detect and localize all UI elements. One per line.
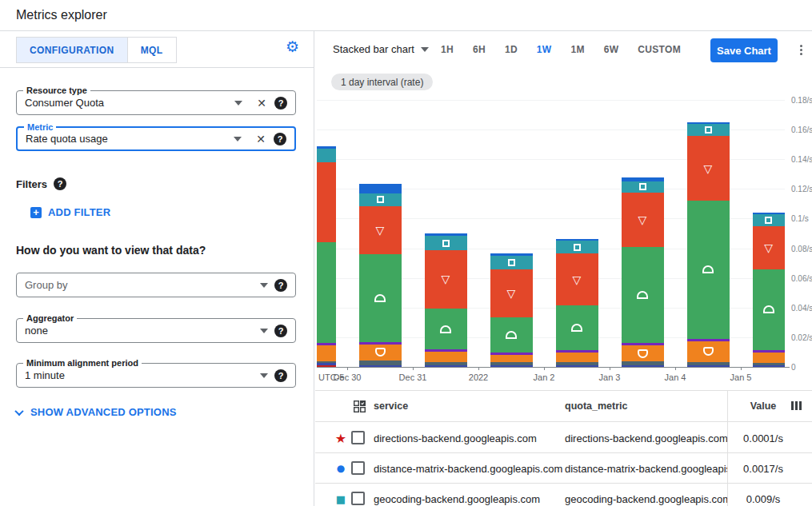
range-button-6h[interactable]: 6H bbox=[463, 39, 495, 60]
bar-segment-teal-square[interactable] bbox=[622, 181, 664, 193]
range-button-6w[interactable]: 6W bbox=[594, 39, 629, 60]
help-icon[interactable]: ? bbox=[274, 133, 286, 145]
gear-icon[interactable]: ⚙ bbox=[286, 39, 299, 54]
bar-segment-orange-shield[interactable] bbox=[425, 352, 467, 361]
overflow-menu-icon[interactable] bbox=[794, 42, 808, 57]
bar-segment-slate-gray[interactable] bbox=[753, 363, 786, 365]
bar-segment-orange-shield[interactable] bbox=[556, 353, 598, 362]
tab-configuration[interactable]: CONFIGURATION bbox=[16, 37, 128, 63]
chart-type-select[interactable]: Stacked bar chart bbox=[333, 43, 435, 55]
help-icon[interactable]: ? bbox=[274, 97, 287, 110]
bar-segment-green-dome[interactable] bbox=[317, 242, 336, 343]
metric-field[interactable]: Metric Rate quota usage ✕ ? bbox=[16, 126, 296, 151]
bar-segment-slate-gray[interactable] bbox=[317, 361, 336, 364]
bar-segment-teal-square[interactable] bbox=[687, 124, 730, 136]
bar-segment-slate-gray[interactable] bbox=[490, 362, 533, 365]
chevron-down-icon[interactable] bbox=[260, 283, 268, 288]
bar-segment-top-blue[interactable] bbox=[317, 146, 336, 149]
range-button-1d[interactable]: 1D bbox=[495, 39, 527, 60]
range-button-1w[interactable]: 1W bbox=[527, 39, 562, 60]
bar-segment-orange-shield[interactable] bbox=[753, 353, 786, 363]
resource-type-field[interactable]: Resource type Consumer Quota ✕ ? bbox=[16, 90, 296, 115]
save-chart-button[interactable]: Save Chart bbox=[710, 38, 778, 62]
bar-segment-red-triangle[interactable] bbox=[317, 162, 336, 242]
row-checkbox[interactable] bbox=[351, 461, 365, 475]
bar-segment-purple[interactable] bbox=[622, 343, 664, 345]
bar-segment-green-dome[interactable] bbox=[622, 247, 664, 343]
bar-segment-purple[interactable] bbox=[556, 350, 598, 353]
bar-segment-slate-gray[interactable] bbox=[359, 361, 402, 365]
clear-icon[interactable]: ✕ bbox=[256, 133, 266, 145]
column-header-quota-metric[interactable]: quota_metric bbox=[565, 400, 628, 412]
bar-segment-orange-shield[interactable] bbox=[317, 345, 336, 361]
chart-plot[interactable]: ▽▽▽▽▽▽▽ bbox=[317, 100, 785, 367]
help-icon[interactable]: ? bbox=[274, 279, 287, 292]
column-header-value[interactable]: Value bbox=[727, 400, 799, 412]
bar-segment-purple[interactable] bbox=[753, 350, 786, 353]
range-button-1m[interactable]: 1M bbox=[561, 39, 594, 60]
column-header-service[interactable]: service bbox=[374, 400, 408, 412]
bar-segment-top-blue[interactable] bbox=[425, 233, 467, 236]
chevron-down-icon[interactable] bbox=[260, 373, 268, 378]
bar-segment-purple[interactable] bbox=[490, 353, 533, 355]
bar-segment-slate-gray[interactable] bbox=[556, 362, 598, 365]
help-icon[interactable]: ? bbox=[274, 325, 287, 337]
bar-segment-orange-shield[interactable] bbox=[359, 345, 402, 360]
row-checkbox[interactable] bbox=[351, 492, 365, 505]
chevron-down-icon[interactable] bbox=[260, 329, 268, 333]
bar-segment-slate-gray[interactable] bbox=[425, 362, 467, 366]
select-all-icon[interactable] bbox=[354, 400, 366, 412]
bar-segment-green-dome[interactable] bbox=[687, 201, 730, 339]
range-button-1h[interactable]: 1H bbox=[431, 39, 463, 60]
bar-segment-top-blue[interactable] bbox=[687, 122, 730, 124]
bar-segment-green-dome[interactable] bbox=[753, 269, 786, 350]
range-button-custom[interactable]: CUSTOM bbox=[628, 39, 690, 60]
bar-segment-top-blue[interactable] bbox=[359, 184, 402, 193]
table-row[interactable]: ■geocoding-backend.googleapis.comgeocodi… bbox=[315, 484, 812, 506]
bar-segment-red-triangle[interactable]: ▽ bbox=[687, 136, 730, 201]
aggregator-field[interactable]: Aggregator none ? bbox=[16, 318, 296, 343]
chevron-down-icon[interactable] bbox=[234, 101, 242, 106]
group-by-field[interactable]: Group by ? bbox=[16, 273, 296, 297]
bar-segment-top-blue[interactable] bbox=[490, 253, 533, 256]
bar-segment-top-blue[interactable] bbox=[753, 213, 786, 214]
bar-segment-purple[interactable] bbox=[425, 349, 467, 352]
bar-segment-red-triangle[interactable]: ▽ bbox=[359, 206, 402, 254]
bar-segment-purple[interactable] bbox=[687, 339, 730, 341]
row-checkbox[interactable] bbox=[351, 431, 365, 444]
bar-segment-teal-square[interactable] bbox=[753, 214, 786, 226]
help-icon[interactable]: ? bbox=[274, 369, 287, 382]
bar-segment-top-blue[interactable] bbox=[622, 177, 664, 181]
bar-segment-orange-shield[interactable] bbox=[622, 345, 664, 361]
bar-segment-purple[interactable] bbox=[359, 342, 402, 345]
table-row[interactable]: ●distance-matrix-backend.googleapis.comd… bbox=[315, 453, 812, 484]
bar-segment-dark-blue[interactable] bbox=[317, 363, 336, 365]
bar-segment-teal-square[interactable] bbox=[556, 241, 598, 253]
tab-mql[interactable]: MQL bbox=[128, 37, 177, 63]
bar-segment-red-triangle[interactable]: ▽ bbox=[425, 250, 467, 308]
clear-icon[interactable]: ✕ bbox=[257, 98, 266, 109]
add-filter-button[interactable]: + ADD FILTER bbox=[30, 206, 110, 218]
help-icon[interactable]: ? bbox=[54, 177, 66, 190]
bar-segment-slate-gray[interactable] bbox=[622, 361, 664, 365]
bar-segment-teal-square[interactable] bbox=[317, 149, 336, 162]
bar-segment-top-blue[interactable] bbox=[556, 239, 598, 241]
bar-segment-red-triangle[interactable]: ▽ bbox=[622, 193, 664, 247]
bar-segment-green-dome[interactable] bbox=[556, 305, 598, 350]
chevron-down-icon[interactable] bbox=[234, 137, 242, 141]
columns-icon[interactable] bbox=[791, 401, 802, 410]
bar-segment-slate-gray[interactable] bbox=[687, 362, 730, 365]
bar-segment-green-dome[interactable] bbox=[490, 317, 533, 353]
bar-segment-purple[interactable] bbox=[317, 343, 336, 345]
bar-segment-red-triangle[interactable]: ▽ bbox=[753, 226, 786, 269]
bar-segment-green-dome[interactable] bbox=[425, 309, 467, 350]
bar-segment-teal-square[interactable] bbox=[425, 236, 467, 250]
bar-segment-red-triangle[interactable]: ▽ bbox=[556, 253, 598, 305]
min-alignment-field[interactable]: Minimum alignment period 1 minute ? bbox=[16, 363, 296, 388]
table-row[interactable]: ★directions-backend.googleapis.comdirect… bbox=[315, 423, 812, 453]
show-advanced-options[interactable]: SHOW ADVANCED OPTIONS bbox=[16, 406, 177, 418]
bar-segment-green-dome[interactable] bbox=[359, 254, 402, 342]
bar-segment-orange-shield[interactable] bbox=[687, 341, 730, 362]
bar-segment-teal-square[interactable] bbox=[359, 193, 402, 206]
bar-segment-orange-shield[interactable] bbox=[490, 355, 533, 362]
